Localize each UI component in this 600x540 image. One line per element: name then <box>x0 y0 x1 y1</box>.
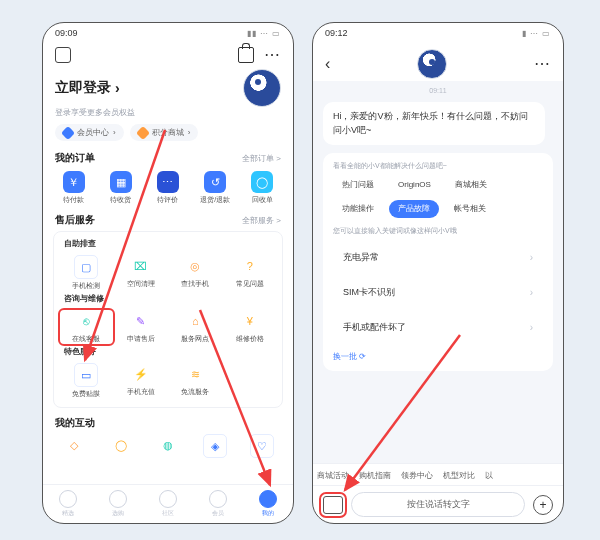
chip-account[interactable]: 帐号相关 <box>445 200 495 218</box>
category-chips: 热门问题 OriginOS 商城相关 功能操作 产品故障 帐号相关 <box>333 172 543 222</box>
chip-function[interactable]: 功能操作 <box>333 200 383 218</box>
special-recharge[interactable]: ⚡手机充值 <box>115 363 168 399</box>
sugg-coupon[interactable]: 领券中心 <box>401 470 433 481</box>
faq-charging[interactable]: 充电异常› <box>333 242 543 273</box>
chat-outline-icon: ◇ <box>63 434 85 456</box>
chip-mall[interactable]: 商城相关 <box>446 176 496 194</box>
chat-input-bar: 按住说话转文字 + <box>313 485 563 523</box>
login-button[interactable]: 立即登录 › <box>55 79 120 97</box>
status-icons: ▮▮ ⋯ ▭ <box>247 29 281 38</box>
film-icon: ▭ <box>74 363 98 387</box>
phone-left: 09:09 ▮▮ ⋯ ▭ ⋯ 立即登录 › 登录享受更多会员权益 会员中心› 积… <box>42 22 294 524</box>
nav-icon <box>159 490 177 508</box>
order-pending-ship[interactable]: ▦待收货 <box>98 171 143 205</box>
inter-1[interactable]: ◇ <box>51 434 96 458</box>
panel-hint: 看看全能的小V都能解决什么问题吧~ <box>333 161 543 172</box>
consult-title: 咨询与维修 <box>58 293 278 308</box>
status-time: 09:12 <box>325 28 348 38</box>
nav-icon <box>59 490 77 508</box>
diamond-icon <box>61 125 75 139</box>
order-pending-pay[interactable]: ￥待付款 <box>51 171 96 205</box>
bot-avatar <box>417 49 447 79</box>
avatar[interactable] <box>243 69 281 107</box>
phone-check-icon: ▢ <box>74 255 98 279</box>
faq-sim[interactable]: SIM卡不识别› <box>333 277 543 308</box>
after-more[interactable]: 全部服务 > <box>242 215 281 226</box>
settings-hex-icon[interactable] <box>55 47 71 63</box>
sugg-buy-guide[interactable]: 购机指南 <box>359 470 391 481</box>
swap-batch[interactable]: 换一批 ⟳ <box>333 351 543 363</box>
location-icon: ⌂ <box>184 310 206 332</box>
self-check-title: 自助排查 <box>58 238 278 253</box>
inter-5[interactable]: ♡ <box>240 434 285 458</box>
consult-outlets[interactable]: ⌂服务网点 <box>169 310 222 344</box>
after-title: 售后服务 <box>55 213 95 227</box>
box-icon: ▦ <box>110 171 132 193</box>
chip-originos[interactable]: OriginOS <box>389 176 440 194</box>
consult-price[interactable]: ¥维修价格 <box>224 310 277 344</box>
sugg-compare[interactable]: 机型对比 <box>443 470 475 481</box>
nav-icon <box>209 490 227 508</box>
chevron-right-icon: › <box>530 250 533 265</box>
chevron-right-icon: › <box>530 285 533 300</box>
special-free-data[interactable]: ≋免流服务 <box>169 363 222 399</box>
price-icon: ¥ <box>239 310 261 332</box>
status-icons: ▮ ⋯ ▭ <box>522 29 551 38</box>
direct-hint: 您可以直接输入关键词或像这样问小V哦 <box>333 226 543 237</box>
back-button[interactable]: ‹ <box>325 55 330 73</box>
self-phone-check[interactable]: ▢手机检测 <box>60 255 113 291</box>
coin-icon <box>136 125 150 139</box>
refund-icon: ↺ <box>204 171 226 193</box>
more-icon[interactable]: ⋯ <box>534 56 551 72</box>
chat-icon: ⋯ <box>157 171 179 193</box>
orders-more[interactable]: 全部订单 > <box>242 153 281 164</box>
faq-broken[interactable]: 手机或配件坏了› <box>333 312 543 343</box>
orders-title: 我的订单 <box>55 151 95 165</box>
bottom-nav: 精选 选购 社区 会员 我的 <box>43 484 293 523</box>
question-icon: ? <box>239 255 261 277</box>
phone-right: 09:12 ▮ ⋯ ▭ ‹ ⋯ 09:11 Hi，亲爱的V粉，新年快乐！有什么问… <box>312 22 564 524</box>
nav-member[interactable]: 会员 <box>193 490 243 518</box>
inter-4[interactable]: ◈ <box>193 434 238 458</box>
heart-icon: ♡ <box>250 434 274 458</box>
inter-title: 我的互动 <box>55 416 95 430</box>
inter-3[interactable]: ◍ <box>145 434 190 458</box>
pill-points-mall[interactable]: 积分商城› <box>130 124 199 141</box>
badge-icon: ◍ <box>157 434 179 456</box>
self-find-phone[interactable]: ◎查找手机 <box>169 255 222 291</box>
self-faq[interactable]: ?常见问题 <box>224 255 277 291</box>
panel-bubble: 看看全能的小V都能解决什么问题吧~ 热门问题 OriginOS 商城相关 功能操… <box>323 153 553 371</box>
suggestion-row: 商城活动 购机指南 领券中心 机型对比 以 <box>313 463 563 485</box>
consult-online-service[interactable]: ⎋在线客服 <box>60 310 113 344</box>
order-refund[interactable]: ↺退货/退款 <box>193 171 238 205</box>
order-pending-review[interactable]: ⋯待评价 <box>145 171 190 205</box>
nav-community[interactable]: 社区 <box>143 490 193 518</box>
sugg-mall-activity[interactable]: 商城活动 <box>317 470 349 481</box>
add-button[interactable]: + <box>533 495 553 515</box>
voice-input[interactable]: 按住说话转文字 <box>351 492 525 517</box>
nav-mine[interactable]: 我的 <box>243 490 293 518</box>
cart-icon[interactable] <box>238 47 254 63</box>
chip-product-fault[interactable]: 产品故障 <box>389 200 439 218</box>
status-bar: 09:09 ▮▮ ⋯ ▭ <box>43 23 293 43</box>
nav-icon <box>109 490 127 508</box>
consult-apply[interactable]: ✎申请售后 <box>115 310 168 344</box>
nav-featured[interactable]: 精选 <box>43 490 93 518</box>
inter-2[interactable]: ◯ <box>98 434 143 458</box>
more-icon[interactable]: ⋯ <box>264 47 281 63</box>
self-space-clean[interactable]: ⌧空间清理 <box>115 255 168 291</box>
form-icon: ✎ <box>130 310 152 332</box>
keyboard-toggle-icon[interactable] <box>323 496 343 514</box>
sugg-more[interactable]: 以 <box>485 470 493 481</box>
headset-icon: ⎋ <box>75 310 97 332</box>
special-title: 特色服务 <box>58 346 278 361</box>
greeting-bubble: Hi，亲爱的V粉，新年快乐！有什么问题，不妨问问小V吧~ <box>323 102 545 145</box>
nav-shop[interactable]: 选购 <box>93 490 143 518</box>
locate-icon: ◎ <box>184 255 206 277</box>
chip-hot[interactable]: 热门问题 <box>333 176 383 194</box>
after-service-card: 自助排查 ▢手机检测 ⌧空间清理 ◎查找手机 ?常见问题 咨询与维修 ⎋在线客服… <box>53 231 283 408</box>
pill-member-center[interactable]: 会员中心› <box>55 124 124 141</box>
order-recycle[interactable]: ◯回收单 <box>240 171 285 205</box>
special-film[interactable]: ▭免费贴膜 <box>60 363 113 399</box>
chat-timestamp: 09:11 <box>323 87 553 94</box>
